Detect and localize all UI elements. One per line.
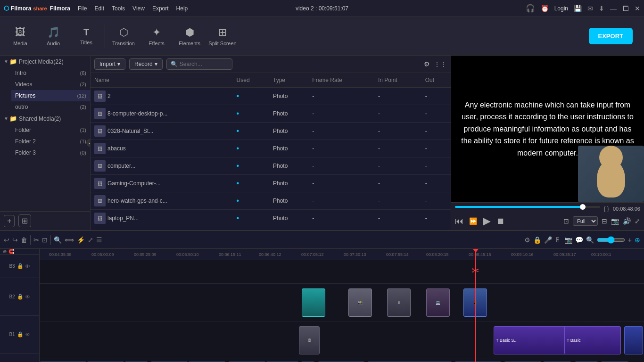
table-row[interactable]: 🖼 abacus • Photo - - -: [91, 140, 451, 157]
fullscreen-icon[interactable]: ⊡: [563, 217, 569, 225]
track-b2-lock[interactable]: 🔒: [17, 294, 24, 300]
file-thumb: 🖼: [94, 178, 106, 189]
sidebar-item-videos[interactable]: Videos (2): [11, 79, 90, 90]
record-button[interactable]: Record ▾: [129, 58, 163, 70]
menu-tools[interactable]: Tools: [112, 5, 125, 12]
crop-icon[interactable]: ⊟: [602, 217, 607, 225]
play-slow-button[interactable]: ⏩: [469, 217, 477, 225]
import-button[interactable]: Import ▾: [94, 58, 125, 70]
undo-button[interactable]: ↩: [4, 236, 9, 244]
cut-button[interactable]: ✂: [33, 236, 39, 244]
clip-b2-img3[interactable]: 💻: [426, 288, 450, 317]
project-media-header[interactable]: ▼ 📁 Project Media (22): [0, 56, 90, 67]
add-track-button[interactable]: ⊕: [635, 236, 640, 244]
track-b1-controls: 🔒 👁: [17, 331, 30, 337]
file-out-cell: -: [421, 157, 451, 175]
clip-b1-title1[interactable]: T Basic S...: [494, 326, 574, 354]
maximize-button[interactable]: ⧠: [622, 5, 629, 12]
delete-button[interactable]: 🗑: [21, 236, 27, 244]
close-button[interactable]: ✕: [635, 5, 640, 12]
toolbar-media[interactable]: 🖼 Media: [4, 20, 37, 53]
file-out-cell: -: [421, 88, 451, 105]
menu-export[interactable]: Export: [152, 5, 169, 12]
table-row[interactable]: 🖼 Gaming-Computer-... • Photo - - -: [91, 175, 451, 192]
shared-media-header[interactable]: ▼ 📁 Shared Media (2): [0, 113, 90, 124]
window-controls: 🎧 ⏰ Login 💾 ✉ ⬇ — ⧠ ✕: [526, 4, 640, 13]
menu-view[interactable]: View: [132, 5, 145, 12]
search-input[interactable]: [180, 61, 227, 67]
table-row[interactable]: 🖼 computer... • Photo - - -: [91, 157, 451, 175]
clip-b2-teal[interactable]: [302, 288, 325, 317]
zoom-out-tl-button[interactable]: 🔍: [586, 236, 594, 244]
clip-b2-img2[interactable]: 🖥: [387, 288, 411, 317]
fullscreen-tl-button[interactable]: ⤢: [88, 236, 93, 244]
add-folder-button[interactable]: +: [4, 215, 15, 227]
crop-timeline-button[interactable]: ⊡: [42, 236, 48, 244]
sidebar-item-folder3[interactable]: Folder 3 (0): [11, 147, 90, 158]
timeline-scroll[interactable]: ✂ 📸 🖥: [40, 260, 644, 362]
toolbar-effects[interactable]: ✦ Effects: [140, 20, 173, 53]
zoom-select[interactable]: Full 50% 75%: [573, 216, 598, 226]
track-b3-eye[interactable]: 👁: [25, 263, 30, 269]
toolbar-transition[interactable]: ⬡ Transition: [107, 20, 140, 53]
progress-bar[interactable]: [455, 206, 600, 208]
table-row[interactable]: 🖼 0328-Natural_St... • Photo - - -: [91, 123, 451, 140]
add-media-icon[interactable]: ⊕: [3, 249, 7, 254]
table-row[interactable]: 🖼 laptop_PN... • Photo - - -: [91, 210, 451, 227]
sidebar-item-intro[interactable]: Intro (6): [11, 67, 90, 79]
settings-gear-icon[interactable]: ⚙: [524, 236, 530, 244]
timeline-body: ⊕ 🧲 B3 🔒 👁 B2 🔒 👁 B1 🔒: [0, 249, 644, 362]
grid-view-icon[interactable]: ⋮⋮: [434, 60, 447, 68]
menu-file[interactable]: File: [78, 5, 87, 12]
expand-icon[interactable]: ⤢: [635, 217, 640, 225]
toolbar-audio[interactable]: 🎵 Audio: [37, 20, 70, 53]
ripple-button[interactable]: ⟺: [65, 236, 74, 244]
sidebar-item-pictures[interactable]: Pictures (12): [11, 90, 90, 101]
zoom-in-tl-button[interactable]: +: [628, 236, 632, 244]
folder-icon-shared: 📁: [9, 115, 17, 122]
folder3-label: Folder 3: [15, 149, 36, 156]
settings-button[interactable]: ☰: [96, 236, 102, 244]
track-b3-lock[interactable]: 🔒: [17, 263, 24, 269]
volume-icon[interactable]: 🔊: [623, 217, 631, 225]
sidebar-item-folder[interactable]: Folder (1): [11, 124, 90, 136]
step-back-button[interactable]: ⏮: [455, 216, 463, 226]
table-row[interactable]: 🖼 2 • Photo - - -: [91, 88, 451, 105]
toolbar-elements[interactable]: ⬢ Elements: [173, 20, 206, 53]
add-subfolder-button[interactable]: ⊞: [18, 214, 31, 227]
clip-b1-blue[interactable]: [624, 326, 643, 354]
sidebar-item-outro[interactable]: outro (2): [11, 101, 90, 113]
toolbar-titles[interactable]: T Titles: [70, 20, 103, 53]
track-b2-eye[interactable]: 👁: [25, 294, 30, 300]
captions-icon[interactable]: 💬: [575, 236, 583, 244]
export-button[interactable]: EXPORT: [589, 28, 633, 44]
zoom-slider[interactable]: [597, 236, 625, 244]
sidebar-item-folder2[interactable]: Folder 2 (1): [11, 136, 90, 147]
snap-icon[interactable]: 🧲: [8, 249, 14, 254]
redo-button[interactable]: ↪: [12, 236, 18, 244]
clip-b2-phone[interactable]: 📱: [463, 288, 487, 317]
mic-icon[interactable]: 🎤: [544, 236, 552, 244]
audio-track-icon[interactable]: 🎚: [555, 236, 561, 244]
menu-edit[interactable]: Edit: [94, 5, 104, 12]
track-b1-lock[interactable]: 🔒: [17, 331, 24, 337]
screenshot-icon[interactable]: 📷: [611, 217, 619, 225]
speed-button[interactable]: ⚡: [77, 236, 85, 244]
play-button[interactable]: ▶: [483, 215, 491, 227]
login-button[interactable]: Login: [554, 5, 568, 12]
clip-b1-title2[interactable]: T Basic: [564, 326, 621, 354]
camera-icon[interactable]: 📷: [564, 236, 572, 244]
toolbar-splitscreen[interactable]: ⊞ Split Screen: [206, 20, 239, 53]
table-row[interactable]: 🖼 8-computer-desktop-p... • Photo - - -: [91, 105, 451, 123]
stop-button[interactable]: ⏹: [496, 216, 505, 226]
filter-icon[interactable]: ⚙: [424, 60, 430, 68]
lock-icon[interactable]: 🔒: [533, 236, 541, 244]
clip-b2-img1[interactable]: 📸: [348, 288, 372, 317]
menu-help[interactable]: Help: [176, 5, 188, 12]
minimize-button[interactable]: —: [610, 5, 617, 12]
progress-thumb[interactable]: [580, 204, 586, 210]
table-row[interactable]: 🖼 hero-watch-gps-and-c... • Photo - - -: [91, 192, 451, 210]
clip-b1-thumb1[interactable]: 🖼: [299, 326, 320, 354]
track-b1-eye[interactable]: 👁: [25, 331, 30, 337]
zoom-in-button[interactable]: 🔍: [54, 236, 62, 244]
